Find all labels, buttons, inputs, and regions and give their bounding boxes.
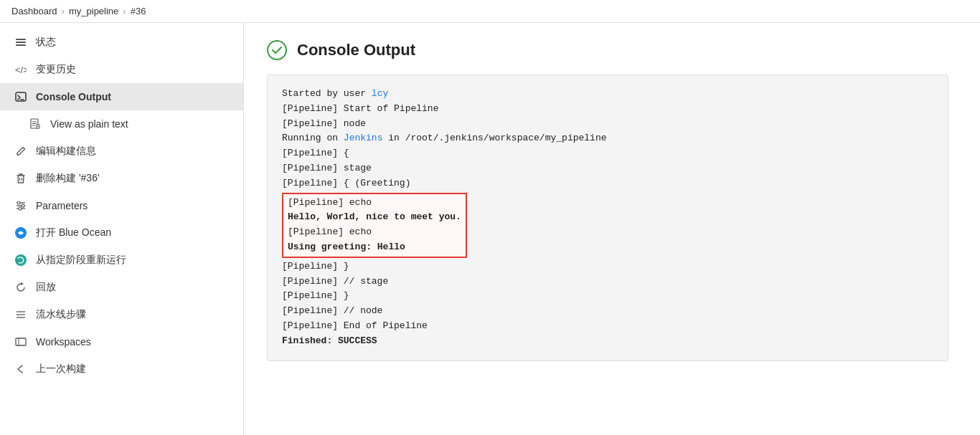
sidebar-item-console-output-label: Console Output [36, 91, 111, 102]
console-line-15: [Pipeline] // node [282, 304, 933, 319]
sidebar-item-workspaces[interactable]: Workspaces [0, 328, 243, 355]
console-line-11: Using greeting: Hello [288, 240, 461, 255]
sidebar-item-status[interactable]: 状态 [0, 29, 243, 56]
console-line-6: [Pipeline] stage [282, 161, 933, 176]
status-icon [14, 36, 27, 49]
sidebar-item-delete-build-label: 删除构建 '#36' [36, 172, 100, 185]
console-line-5: [Pipeline] { [282, 146, 933, 161]
console-line-8: [Pipeline] echo [288, 196, 461, 211]
svg-rect-0 [16, 39, 26, 40]
console-line-16: [Pipeline] End of Pipeline [282, 319, 933, 334]
pipeline-steps-icon [14, 308, 27, 321]
main-content: Console Output Started by user lcy [Pipe… [244, 23, 980, 435]
sidebar-item-restart-stage[interactable]: 从指定阶段重新运行 [0, 247, 243, 274]
edit-build-icon [14, 145, 27, 158]
restart-stage-icon [14, 254, 27, 267]
svg-point-21 [15, 254, 27, 266]
console-line-14: [Pipeline] } [282, 289, 933, 304]
changes-icon: </> [14, 63, 27, 76]
sidebar-item-changes-label: 变更历史 [36, 63, 76, 76]
console-output-box: Started by user lcy [Pipeline] Start of … [267, 75, 948, 361]
console-highlighted-block: [Pipeline] echo Hello, World, nice to me… [282, 193, 467, 258]
breadcrumb-sep-1: › [62, 6, 65, 16]
console-user-link[interactable]: lcy [372, 88, 388, 99]
plain-text-icon [29, 118, 42, 130]
sidebar-item-delete-build[interactable]: 删除构建 '#36' [0, 165, 243, 192]
sidebar-item-parameters-label: Parameters [36, 200, 88, 211]
svg-point-19 [19, 207, 22, 210]
sidebar-item-replay[interactable]: 回放 [0, 274, 243, 301]
sidebar-item-edit-build-label: 编辑构建信息 [36, 145, 96, 158]
sidebar-item-edit-build[interactable]: 编辑构建信息 [0, 138, 243, 165]
sidebar-item-blue-ocean[interactable]: 打开 Blue Ocean [0, 219, 243, 247]
delete-build-icon [14, 172, 27, 185]
console-line-12: [Pipeline] } [282, 259, 933, 274]
breadcrumb: Dashboard › my_pipeline › #36 [0, 0, 980, 23]
sidebar-item-parameters[interactable]: Parameters [0, 192, 243, 219]
console-line-7: [Pipeline] { (Greeting) [282, 176, 933, 191]
page-title: Console Output [297, 41, 415, 59]
sidebar-item-status-label: 状态 [36, 36, 56, 49]
console-line-13: [Pipeline] // stage [282, 274, 933, 290]
sidebar-item-replay-label: 回放 [36, 281, 56, 294]
console-output-icon [14, 90, 27, 103]
console-line-4: Running on Jenkins in /root/.jenkins/wor… [282, 131, 933, 146]
svg-rect-1 [16, 42, 26, 43]
svg-rect-2 [16, 44, 26, 46]
sidebar-item-changes[interactable]: </> 变更历史 [0, 56, 243, 83]
console-line-10: [Pipeline] echo [288, 225, 461, 240]
sidebar-item-prev-build-label: 上一次构建 [36, 363, 86, 376]
sidebar-item-plain-text[interactable]: View as plain text [0, 110, 243, 138]
parameters-icon [14, 199, 27, 212]
blue-ocean-icon [14, 226, 27, 239]
breadcrumb-pipeline[interactable]: my_pipeline [69, 6, 118, 16]
breadcrumb-dashboard[interactable]: Dashboard [11, 6, 57, 16]
console-line-17: Finished: SUCCESS [282, 334, 933, 349]
console-line-3: [Pipeline] node [282, 117, 933, 132]
sidebar: 状态 </> 变更历史 Console Output View as plain… [0, 23, 244, 435]
breadcrumb-build: #36 [131, 6, 146, 16]
sidebar-item-pipeline-steps-label: 流水线步骤 [36, 308, 86, 321]
workspaces-icon [14, 335, 27, 348]
sidebar-item-workspaces-label: Workspaces [36, 336, 91, 348]
sidebar-item-prev-build[interactable]: 上一次构建 [0, 355, 243, 383]
breadcrumb-sep-2: › [123, 6, 126, 16]
svg-text:</>: </> [15, 64, 27, 75]
console-line-2: [Pipeline] Start of Pipeline [282, 102, 933, 117]
replay-icon [14, 281, 27, 294]
page-header: Console Output [267, 40, 957, 60]
sidebar-item-plain-text-label: View as plain text [50, 118, 128, 130]
sidebar-item-console-output[interactable]: Console Output [0, 83, 243, 110]
prev-build-icon [14, 363, 27, 376]
svg-point-27 [268, 41, 286, 59]
svg-point-18 [22, 204, 24, 207]
console-line-1: Started by user lcy [282, 87, 933, 102]
success-check-icon [267, 40, 287, 60]
sidebar-item-pipeline-steps[interactable]: 流水线步骤 [0, 301, 243, 328]
svg-rect-25 [16, 338, 26, 345]
console-line-9: Hello, World, nice to meet you. [288, 210, 461, 225]
sidebar-item-restart-stage-label: 从指定阶段重新运行 [36, 254, 126, 267]
console-jenkins-link[interactable]: Jenkins [344, 133, 383, 143]
sidebar-item-blue-ocean-label: 打开 Blue Ocean [36, 226, 111, 239]
svg-point-17 [17, 201, 20, 204]
